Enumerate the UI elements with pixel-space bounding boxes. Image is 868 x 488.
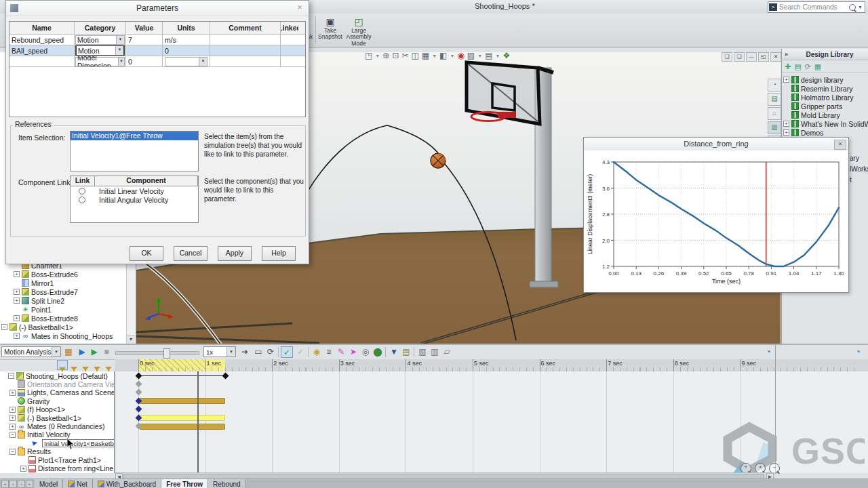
- select-icon[interactable]: ◳: [365, 51, 372, 60]
- expand-toggle-icon[interactable]: +: [14, 333, 20, 339]
- add-to-library-icon[interactable]: ✚: [785, 62, 791, 71]
- study-tab-with-backboard[interactable]: With_Backboard: [93, 479, 161, 488]
- tree-item[interactable]: +Lights, Cameras and Scene: [0, 388, 114, 397]
- combo-dropdown-icon[interactable]: ▼: [116, 36, 124, 44]
- parameter-row[interactable]: Rebound_speedMotion▼7m/s: [9, 35, 305, 45]
- minimize-icon[interactable]: —: [746, 52, 757, 62]
- units-combo[interactable]: ▼: [165, 57, 208, 66]
- key-point[interactable]: [135, 406, 142, 413]
- param-name-cell[interactable]: [9, 56, 75, 66]
- key-point[interactable]: [135, 380, 142, 387]
- parameter-row[interactable]: BAll_speedMotion▼0: [9, 45, 305, 56]
- tree-item[interactable]: +Boss-Extrude7: [1, 287, 125, 296]
- expand-toggle-icon[interactable]: +: [9, 407, 16, 413]
- prev-tab-icon[interactable]: ‹: [9, 480, 17, 488]
- stop-icon[interactable]: ■: [100, 346, 113, 358]
- motor-icon[interactable]: ⬤: [372, 346, 384, 358]
- expand-toggle-icon[interactable]: +: [14, 298, 20, 304]
- contact-icon[interactable]: ≡: [323, 346, 335, 358]
- filter-selected-icon[interactable]: [92, 360, 102, 370]
- library-item[interactable]: +What's New In SolidWorks: [783, 119, 867, 128]
- calculate-icon[interactable]: ▦: [62, 346, 75, 358]
- param-category-cell[interactable]: Motion▼: [75, 45, 126, 56]
- study-type-select[interactable]: Motion Analysis▼: [1, 346, 61, 357]
- param-units-cell[interactable]: 0: [163, 45, 210, 56]
- tree-item[interactable]: +(-) Basketball<1>: [0, 413, 81, 422]
- results-plot-icon[interactable]: ▤: [400, 346, 412, 358]
- hide-show-icon[interactable]: ◫: [411, 51, 418, 60]
- study-tab-model[interactable]: Model: [35, 479, 63, 488]
- take-snapshot-button[interactable]: ▣Take Snapshot: [317, 15, 344, 45]
- tree-item[interactable]: +∞Mates in Shooting_Hoops: [1, 331, 125, 340]
- tree-item[interactable]: +Split Line2: [1, 296, 125, 305]
- radio-button[interactable]: [79, 197, 85, 203]
- collapse-chevron-icon[interactable]: »: [785, 51, 788, 58]
- scene-icon[interactable]: ▨: [467, 51, 475, 60]
- view-settings-icon[interactable]: ▦: [422, 51, 429, 60]
- combo-dropdown-icon[interactable]: ▼: [199, 58, 207, 66]
- ok-button[interactable]: OK: [130, 246, 163, 261]
- plot-window-titlebar[interactable]: Distance_from_ring: [584, 138, 848, 151]
- zoom-area-icon[interactable]: ⊡: [392, 51, 399, 60]
- param-units-cell[interactable]: m/s: [163, 35, 210, 45]
- search-icon[interactable]: [849, 4, 856, 11]
- help-button[interactable]: Help: [262, 246, 296, 261]
- selected-item[interactable]: Initial Velocity1@Free Throw: [71, 131, 198, 140]
- calculate-to-point-icon[interactable]: ✓: [294, 346, 307, 358]
- slider-thumb[interactable]: [163, 348, 170, 359]
- category-combo[interactable]: Model Dimension▼: [75, 57, 125, 66]
- play-icon[interactable]: ▶: [88, 346, 100, 358]
- library-item[interactable]: Gripper parts: [783, 102, 867, 110]
- expand-toggle-icon[interactable]: −: [1, 324, 7, 330]
- library-item[interactable]: Mold Library: [783, 110, 867, 119]
- timeline-slider[interactable]: [115, 351, 199, 355]
- expand-toggle-icon[interactable]: +: [783, 129, 789, 136]
- category-combo[interactable]: Motion▼: [75, 35, 125, 45]
- restore-icon[interactable]: ◱: [758, 52, 769, 62]
- tree-item[interactable]: −(-) Basketball<1>: [1, 323, 125, 331]
- tree-item[interactable]: Mirror1: [1, 279, 125, 287]
- basketball[interactable]: [431, 153, 446, 168]
- next-tab-icon[interactable]: ›: [18, 480, 25, 488]
- apply-button[interactable]: Apply: [218, 246, 252, 261]
- timeline-ruler[interactable]: 0 sec1 sec2 sec3 sec4 sec5 sec6 sec7 sec…: [115, 359, 868, 372]
- tree-item[interactable]: Orientation and Camera Vie: [0, 380, 114, 388]
- collapse-panel-icon[interactable]: ▥: [429, 346, 441, 358]
- file-explorer-tab[interactable]: ▤: [768, 93, 781, 106]
- study-tab-net[interactable]: Net: [63, 479, 93, 488]
- expand-toggle-icon[interactable]: +: [14, 289, 20, 295]
- annotations-dropdown-icon[interactable]: ▼: [495, 54, 500, 58]
- expand-toggle-icon[interactable]: +: [20, 466, 26, 472]
- tree-item[interactable]: ✳Point1: [1, 305, 125, 314]
- tree-item[interactable]: +∞Mates (0 Redundancies): [0, 422, 104, 431]
- tree-item[interactable]: Plot1<Trace Path1>: [0, 455, 101, 464]
- key-point[interactable]: [135, 389, 142, 396]
- tree-item[interactable]: −Initial Velocity: [0, 430, 71, 439]
- calculate-check-icon[interactable]: ✓: [281, 346, 293, 358]
- tree-item[interactable]: +Distance from ring<Line: [0, 464, 113, 473]
- tile-icon[interactable]: ❏: [734, 52, 745, 62]
- study-type-dropdown-icon[interactable]: ▼: [52, 347, 60, 357]
- category-combo[interactable]: Motion▼: [75, 45, 125, 56]
- expand-toggle-icon[interactable]: +: [9, 424, 16, 430]
- first-tab-icon[interactable]: «: [1, 480, 9, 488]
- timeline-bar[interactable]: [140, 398, 225, 404]
- expand-toggle-icon[interactable]: +: [14, 315, 20, 321]
- combo-dropdown-icon[interactable]: ▼: [115, 46, 123, 55]
- expand-toggle-icon[interactable]: −: [9, 432, 16, 438]
- force-icon[interactable]: ✎: [335, 346, 347, 358]
- item-selection-listbox[interactable]: Initial Velocity1@Free Throw: [70, 131, 199, 171]
- solidworks-resources-tab[interactable]: ◔: [768, 79, 781, 92]
- playback-speed-select[interactable]: 1x▼: [203, 346, 236, 357]
- expand-toggle-icon[interactable]: +: [9, 390, 16, 396]
- param-value-cell[interactable]: 7: [126, 35, 163, 45]
- design-library-tab[interactable]: ▥: [768, 121, 781, 134]
- scene-dropdown-icon[interactable]: ▼: [477, 54, 482, 58]
- annotations-icon[interactable]: ▤: [485, 51, 492, 60]
- key-point[interactable]: [222, 372, 229, 379]
- library-item[interactable]: +design library: [783, 75, 867, 84]
- library-item[interactable]: Resemin Library: [783, 84, 867, 93]
- radio-button[interactable]: [79, 188, 85, 195]
- timeline-bar[interactable]: [140, 424, 225, 430]
- library-item[interactable]: Holmatro Library: [783, 93, 867, 102]
